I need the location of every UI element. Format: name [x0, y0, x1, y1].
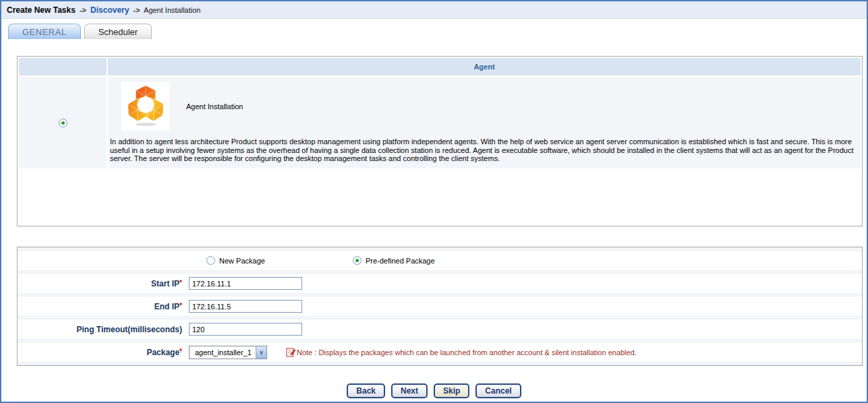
agent-selection-table: Agent [17, 56, 863, 226]
predefined-package-label[interactable]: Pre-defined Package [366, 257, 435, 265]
new-package-label[interactable]: New Package [219, 257, 265, 265]
start-ip-label: Start IP* [18, 279, 189, 288]
breadcrumb: Create New Tasks -> Discovery -> Agent I… [1, 1, 867, 19]
package-row: Package* agent_installer_1 ∨ Note : Disp… [18, 342, 862, 362]
action-button-row: Back Next Skip Cancel [1, 383, 867, 398]
breadcrumb-current: Agent Installation [144, 6, 200, 14]
start-ip-row: Start IP* [18, 274, 862, 293]
new-package-radio[interactable] [206, 256, 215, 265]
end-ip-label-text: End IP [154, 302, 179, 311]
package-label: Package* [18, 348, 189, 357]
agent-logo-tile [121, 82, 170, 131]
agent-row-content-cell: Agent Installation In addition to agent … [108, 77, 861, 168]
ping-timeout-label: Ping Timeout(milliseconds) [18, 325, 189, 334]
package-select-value: agent_installer_1 [190, 346, 256, 359]
agent-description: In addition to agent less architecture P… [110, 137, 858, 163]
package-select[interactable]: agent_installer_1 ∨ [189, 346, 267, 359]
note-icon [286, 347, 295, 357]
package-note: Note : Displays the packages which can b… [286, 347, 637, 357]
start-ip-label-text: Start IP [151, 279, 179, 288]
predefined-package-radio[interactable] [353, 256, 361, 265]
predefined-package-option[interactable]: Pre-defined Package [353, 256, 435, 265]
back-button[interactable]: Back [347, 383, 385, 398]
skip-button[interactable]: Skip [434, 383, 469, 398]
breadcrumb-separator: -> [78, 6, 88, 14]
table-header-agent: Agent [108, 58, 861, 75]
tab-bar: GENERAL Scheduler [1, 19, 867, 39]
breadcrumb-link-discovery[interactable]: Discovery [90, 5, 129, 15]
table-header-spacer [19, 58, 107, 75]
required-mark: * [179, 279, 182, 286]
agent-install-form: New Package Pre-defined Package Start IP… [17, 247, 863, 366]
agent-installation-radio[interactable] [59, 119, 67, 127]
ping-timeout-input[interactable] [189, 323, 302, 336]
package-type-row: New Package Pre-defined Package [18, 251, 862, 270]
chevron-down-icon[interactable]: ∨ [256, 346, 266, 359]
end-ip-label: End IP* [18, 302, 189, 311]
agent-title: Agent Installation [186, 102, 243, 111]
start-ip-input[interactable] [189, 277, 302, 290]
breadcrumb-root: Create New Tasks [7, 5, 76, 15]
agent-hex-logo-icon [124, 85, 167, 128]
required-mark: * [179, 302, 182, 309]
ping-timeout-label-text: Ping Timeout(milliseconds) [77, 325, 182, 334]
page-frame: Create New Tasks -> Discovery -> Agent I… [0, 0, 868, 403]
ping-timeout-row: Ping Timeout(milliseconds) [18, 319, 862, 339]
agent-row-radio-cell [19, 77, 107, 168]
tab-scheduler[interactable]: Scheduler [84, 24, 152, 39]
required-mark: * [179, 348, 182, 355]
new-package-option[interactable]: New Package [206, 256, 265, 265]
end-ip-row: End IP* [18, 297, 862, 316]
row-separator [18, 362, 862, 365]
end-ip-input[interactable] [189, 300, 302, 313]
package-note-text: Note : Displays the packages which can b… [297, 348, 637, 356]
tab-general[interactable]: GENERAL [8, 24, 81, 39]
package-label-text: Package [146, 348, 179, 357]
next-button[interactable]: Next [391, 383, 428, 398]
cancel-button[interactable]: Cancel [475, 383, 521, 398]
breadcrumb-separator: -> [132, 6, 142, 14]
